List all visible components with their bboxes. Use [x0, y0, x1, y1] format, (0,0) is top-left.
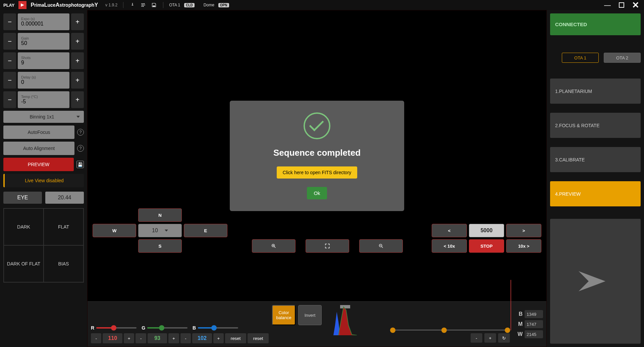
b-level-label: B — [517, 311, 523, 317]
flat-button[interactable]: FLAT — [44, 208, 84, 245]
connection-status: CONNECTED — [550, 13, 641, 35]
big-play-button[interactable] — [550, 219, 641, 344]
color-balance-button[interactable]: Color balance — [272, 305, 296, 325]
g-value: 93 — [148, 333, 167, 343]
step-value-input[interactable]: 5000 — [469, 224, 504, 237]
zoom-in-button[interactable] — [252, 239, 296, 253]
shots-decrement[interactable]: − — [3, 52, 16, 69]
app-logo-icon — [18, 1, 26, 9]
delay-increment[interactable]: + — [71, 72, 84, 89]
speed-select[interactable]: 10 — [138, 224, 182, 237]
step-planetarium[interactable]: 1.PLANETARIUM — [550, 79, 641, 104]
info-icon[interactable]: ? — [77, 129, 84, 136]
info-icon[interactable]: ? — [77, 145, 84, 152]
expo-value: 0.000001 — [21, 21, 66, 27]
north-button[interactable]: N — [138, 208, 182, 222]
invert-button[interactable]: Invert — [298, 305, 322, 325]
delay-decrement[interactable]: − — [3, 72, 16, 89]
image-area[interactable]: N W 10 E S < 5000 > < 10x — [88, 10, 546, 301]
chevron-down-icon — [76, 116, 80, 118]
g-inc[interactable]: + — [168, 333, 179, 343]
bias-button[interactable]: BIAS — [44, 245, 84, 282]
r-inc[interactable]: + — [124, 333, 134, 343]
temp-field[interactable]: Temp (°C) -5 — [18, 91, 69, 108]
ota-row: OTA 1 OTA 2 — [550, 53, 641, 63]
preview-button[interactable]: PREVIEW — [3, 158, 74, 171]
temp-increment[interactable]: + — [71, 91, 84, 108]
dark-button[interactable]: DARK — [4, 208, 44, 245]
rgb-reset1-button[interactable]: reset — [225, 333, 246, 343]
step-calibrate[interactable]: 3.CALIBRATE — [550, 147, 641, 172]
autoalign-button[interactable]: Auto Alignment — [3, 142, 74, 155]
step-fwd10-button[interactable]: 10x > — [506, 239, 541, 253]
zoom-out-button[interactable] — [359, 239, 403, 253]
rgb-reset2-button[interactable]: reset — [248, 333, 269, 343]
r-dec[interactable]: - — [91, 333, 101, 343]
b-inc[interactable]: + — [213, 333, 224, 343]
level-track[interactable] — [390, 330, 510, 331]
zoom-row — [252, 239, 403, 253]
gain-field[interactable]: Gain 50 — [18, 33, 69, 50]
modal-overlay: Sequence completed Click here to open FI… — [88, 10, 546, 301]
modal-title: Sequence completed — [273, 148, 361, 158]
m-level-value[interactable]: 1747 — [525, 320, 543, 328]
balance-buttons: Color balance Invert — [272, 305, 322, 343]
expo-field[interactable]: Expo (s) 0.000001 — [18, 13, 69, 30]
b-level-value[interactable]: 1349 — [525, 310, 543, 318]
binning-select[interactable]: Binning 1x1 — [3, 111, 84, 123]
darkflat-button[interactable]: DARK OF FLAT — [4, 245, 44, 282]
pin-icon[interactable] — [129, 2, 136, 8]
ota2-tab[interactable]: OTA 2 — [604, 53, 641, 63]
stop-button[interactable]: STOP — [469, 239, 504, 253]
b-dec[interactable]: - — [180, 333, 191, 343]
sliders-icon[interactable] — [140, 2, 147, 8]
temp-stepper: − Temp (°C) -5 + — [3, 91, 84, 108]
step-fwd-button[interactable]: > — [506, 224, 541, 237]
app-name: PrimaLuceAstrophotographY — [31, 2, 98, 8]
close-button[interactable]: ✕ — [631, 0, 641, 10]
ota1-tab[interactable]: OTA 1 — [562, 53, 599, 63]
step-back-button[interactable]: < — [432, 224, 467, 237]
g-slider-track[interactable] — [147, 327, 187, 329]
step-back10-button[interactable]: < 10x — [432, 239, 467, 253]
open-fits-button[interactable]: Click here to open FITS directory — [277, 166, 358, 179]
level-reset[interactable]: ↻ — [498, 333, 510, 343]
temp-decrement[interactable]: − — [3, 91, 16, 108]
b-slider-track[interactable] — [198, 327, 238, 329]
gain-increment[interactable]: + — [71, 33, 84, 50]
binning-value: Binning 1x1 — [30, 114, 54, 119]
shots-increment[interactable]: + — [71, 52, 84, 69]
fit-button[interactable] — [306, 239, 349, 253]
eye-label: EYE — [3, 192, 42, 204]
expo-increment[interactable]: + — [71, 13, 84, 30]
liveview-button[interactable]: Live View disabled — [3, 174, 84, 187]
level-dec[interactable]: - — [471, 333, 482, 343]
minimize-button[interactable]: — — [602, 0, 612, 10]
level-inc[interactable]: + — [484, 333, 496, 343]
level-thumb-w[interactable] — [505, 328, 510, 333]
maximize-button[interactable] — [616, 0, 627, 10]
west-button[interactable]: W — [93, 224, 136, 237]
dome-status-label: Dome — [204, 3, 214, 7]
expo-decrement[interactable]: − — [3, 13, 16, 30]
gain-label: Gain — [21, 36, 66, 40]
ok-button[interactable]: Ok — [307, 187, 327, 199]
w-level-value[interactable]: 2145 — [525, 330, 543, 338]
step-focus-rotate[interactable]: 2.FOCUS & ROTATE — [550, 113, 641, 138]
gain-stepper: − Gain 50 + — [3, 33, 84, 50]
save-icon[interactable] — [151, 2, 157, 8]
level-thumb-b[interactable] — [390, 328, 395, 333]
r-label: R — [91, 325, 94, 331]
save-preview-icon[interactable]: 💾 — [76, 161, 84, 168]
shots-field[interactable]: Shots 9 — [18, 52, 69, 69]
autofocus-button[interactable]: AutoFocus — [3, 126, 74, 139]
east-button[interactable]: E — [184, 224, 227, 237]
level-thumb-m[interactable] — [441, 328, 447, 333]
south-button[interactable]: S — [138, 239, 182, 253]
g-dec[interactable]: - — [136, 333, 146, 343]
step-preview[interactable]: 4.PREVIEW — [550, 181, 641, 206]
delay-label: Delay (s) — [21, 75, 66, 79]
r-slider-track[interactable] — [96, 327, 137, 329]
gain-decrement[interactable]: − — [3, 33, 16, 50]
delay-field[interactable]: Delay (s) 0 — [18, 72, 69, 89]
